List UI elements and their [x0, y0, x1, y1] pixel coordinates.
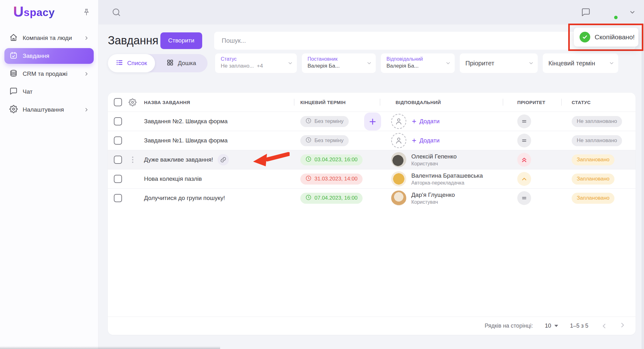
- status-badge: Заплановано: [572, 174, 614, 185]
- user-avatar[interactable]: [602, 4, 618, 20]
- topbar: [98, 0, 644, 25]
- table-pagination: Рядків на сторінці: 10 1–5 з 5: [108, 317, 636, 335]
- table-row[interactable]: Завдання №1. Швидка форма Без терміну До…: [108, 131, 636, 150]
- sidebar-item-chat[interactable]: Чат: [4, 84, 94, 100]
- assignee-name[interactable]: Дар'я Глущенко: [411, 191, 455, 199]
- add-assignee-button[interactable]: Додати: [411, 118, 440, 125]
- column-settings-gear-icon[interactable]: [125, 98, 140, 106]
- priority-highest-icon[interactable]: [517, 153, 531, 167]
- add-assignee-button[interactable]: Додати: [411, 137, 440, 144]
- home-icon: [9, 33, 18, 43]
- sidebar-item-label: Налаштування: [23, 106, 64, 113]
- status-badge: Не заплановано: [572, 116, 622, 127]
- column-header-status[interactable]: СТАТУС: [561, 93, 636, 112]
- column-header-responsible[interactable]: ВІДПОВІДАЛЬНИЙ: [380, 93, 503, 112]
- assignee-placeholder-icon[interactable]: [391, 133, 406, 148]
- status-badge: Заплановано: [572, 193, 614, 204]
- chevron-down-icon: [528, 60, 534, 66]
- assignee-name[interactable]: Валентина Браташевська: [411, 172, 483, 180]
- priority-high-icon[interactable]: [517, 172, 531, 186]
- create-button[interactable]: Створити: [160, 32, 202, 49]
- scrollbar-track[interactable]: [641, 25, 644, 349]
- sidebar-item-crm[interactable]: CRM та продажі: [4, 66, 94, 82]
- table-row[interactable]: Завдання №2. Швидка форма Без терміну До…: [108, 112, 636, 131]
- sidebar-item-settings[interactable]: Налаштування: [4, 102, 94, 118]
- due-date-pill[interactable]: Без терміну: [300, 116, 349, 127]
- chevron-right-icon: [84, 35, 89, 41]
- sidebar-item-company[interactable]: Компанія та люди: [4, 30, 94, 46]
- tab-list-view[interactable]: Список: [108, 54, 155, 72]
- clock-icon: [305, 194, 312, 202]
- uspacy-logo[interactable]: Uspacy: [13, 5, 55, 19]
- task-title[interactable]: Завдання №1. Швидка форма: [144, 137, 228, 144]
- page-title: Завдання: [108, 34, 160, 47]
- table-row[interactable]: Долучитися до групи пошуку! 07.04.2023, …: [108, 188, 636, 208]
- assignee-avatar[interactable]: [391, 171, 406, 186]
- row-checkbox[interactable]: [114, 175, 122, 183]
- assignee-avatar[interactable]: [391, 191, 406, 206]
- assignee-role: Користувач: [411, 199, 455, 205]
- logo-text: spacy: [24, 5, 55, 19]
- row-checkbox[interactable]: [114, 117, 122, 125]
- row-checkbox[interactable]: [114, 156, 122, 164]
- chevron-down-icon: [287, 60, 293, 66]
- list-icon: [116, 59, 123, 68]
- row-menu-kebab-icon[interactable]: [129, 157, 137, 163]
- rows-per-page-select[interactable]: 10: [545, 323, 558, 329]
- filter-count-badge: +4: [257, 63, 263, 69]
- pagination-range: 1–5 з 5: [570, 323, 588, 329]
- sidebar-menu: Компанія та люди Завдання CRM та продажі…: [0, 30, 98, 118]
- priority-normal-icon[interactable]: [517, 134, 531, 147]
- filter-status[interactable]: Статус Не заплано... +4: [215, 53, 297, 73]
- clock-icon: [305, 175, 312, 183]
- search-icon[interactable]: [112, 8, 121, 17]
- plus-icon: [411, 119, 417, 124]
- assignee-name[interactable]: Олексій Гепенко: [411, 153, 457, 160]
- table-row[interactable]: Дуже важливе завдання! 03.04.2023, 16:00…: [108, 150, 636, 169]
- filter-priority[interactable]: Пріоритет: [460, 53, 538, 73]
- sidebar-item-label: CRM та продажі: [23, 70, 67, 77]
- task-title[interactable]: Долучитися до групи пошуку!: [144, 195, 225, 202]
- copy-link-icon[interactable]: [218, 154, 229, 165]
- task-title[interactable]: Дуже важливе завдання!: [144, 156, 213, 163]
- select-all-checkbox[interactable]: [114, 98, 122, 106]
- column-header-priority[interactable]: ПРІОРИТЕТ: [503, 93, 561, 112]
- task-title[interactable]: Завдання №2. Швидка форма: [144, 118, 228, 125]
- chat-icon[interactable]: [581, 8, 591, 17]
- table-row[interactable]: Нова колекція пазлів 31.03.2023, 14:00 В…: [108, 169, 636, 188]
- chevron-down-icon[interactable]: [629, 9, 636, 16]
- column-header-name[interactable]: НАЗВА ЗАВДАННЯ: [140, 93, 294, 112]
- chevron-down-icon: [609, 60, 614, 66]
- filter-author[interactable]: Постановник Валерія Ба...: [302, 53, 376, 73]
- row-checkbox[interactable]: [114, 194, 122, 202]
- filter-deadline[interactable]: Кінцевий термін: [543, 53, 618, 73]
- chevron-right-icon: [84, 107, 89, 113]
- due-date-pill[interactable]: Без терміну: [300, 135, 349, 146]
- pin-icon[interactable]: [82, 8, 91, 16]
- filter-responsible[interactable]: Відповідальний Валерія Ба...: [381, 53, 455, 73]
- rows-per-page-label: Рядків на сторінці:: [485, 323, 533, 329]
- previous-page-button[interactable]: [600, 322, 608, 330]
- view-switcher: Список Дошка: [108, 54, 208, 72]
- main-content: Завдання Створити Список Дошка Статус Не…: [98, 25, 644, 349]
- next-page-button[interactable]: [620, 322, 627, 330]
- task-title[interactable]: Нова колекція пазлів: [144, 175, 202, 182]
- sidebar-item-tasks[interactable]: Завдання: [4, 48, 94, 64]
- assignee-placeholder-icon[interactable]: [391, 114, 406, 129]
- due-date-pill[interactable]: 03.04.2023, 16:00: [300, 154, 363, 165]
- due-date-pill[interactable]: 31.03.2023, 14:00: [300, 174, 363, 185]
- sidebar-item-label: Завдання: [23, 53, 49, 59]
- row-checkbox[interactable]: [114, 136, 122, 145]
- priority-normal-icon[interactable]: [517, 114, 531, 128]
- bottom-edge-shadow: [0, 346, 220, 349]
- quick-add-task-button[interactable]: [364, 113, 381, 130]
- tab-label: Список: [127, 60, 147, 67]
- assignee-avatar[interactable]: [391, 152, 406, 167]
- tab-board-view[interactable]: Дошка: [155, 54, 208, 72]
- due-date-pill[interactable]: 07.04.2023, 16:00: [300, 193, 363, 204]
- logo-u-mark: U: [13, 5, 24, 18]
- clock-icon: [305, 156, 312, 164]
- priority-normal-icon[interactable]: [517, 191, 531, 205]
- online-status-dot: [613, 15, 618, 20]
- column-header-deadline[interactable]: КІНЦЕВИЙ ТЕРМІН: [294, 93, 380, 112]
